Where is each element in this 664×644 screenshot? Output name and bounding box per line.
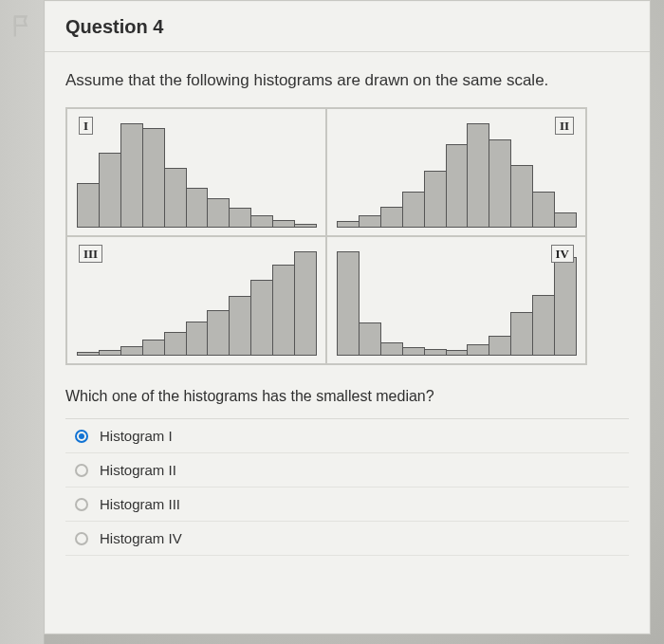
flag-icon[interactable] <box>9 13 36 40</box>
option-label: Histogram II <box>100 462 176 478</box>
histogram-bar <box>554 257 577 356</box>
histogram-bar <box>207 198 230 228</box>
histogram-bar <box>467 344 489 356</box>
histogram-bar <box>337 251 360 356</box>
histogram-grid: I II III IV <box>65 107 587 365</box>
histogram-bar <box>99 350 121 356</box>
option-label: Histogram IV <box>100 530 182 546</box>
histogram-4: IV <box>326 236 586 364</box>
histogram-bar <box>402 347 425 356</box>
histogram-bar <box>380 342 403 356</box>
histogram-bar <box>164 332 187 356</box>
histogram-bar <box>359 322 381 356</box>
histogram-bar <box>294 224 317 228</box>
histogram-bar <box>359 215 381 228</box>
question-title: Question 4 <box>45 1 650 52</box>
histogram-bar <box>489 336 511 356</box>
histogram-bar <box>186 322 209 356</box>
histogram-bar <box>77 183 100 228</box>
histogram-bar <box>272 220 295 228</box>
radio-icon[interactable] <box>75 464 88 477</box>
histogram-bar <box>532 192 555 229</box>
histogram-bar <box>446 350 469 356</box>
histogram-label: II <box>555 117 574 135</box>
histogram-1: I <box>66 108 326 236</box>
histogram-bars <box>337 123 576 228</box>
histogram-bar <box>337 221 360 228</box>
page-background: Question 4 Assume that the following his… <box>0 0 664 644</box>
histogram-bar <box>446 144 469 228</box>
option-row[interactable]: Histogram I <box>65 419 629 453</box>
option-row[interactable]: Histogram III <box>65 488 629 522</box>
histogram-label: IV <box>551 245 574 263</box>
histogram-bar <box>120 123 143 228</box>
histogram-bar <box>250 215 273 228</box>
question-body: Assume that the following histograms are… <box>45 52 650 565</box>
followup-question: Which one of the histograms has the smal… <box>65 388 629 405</box>
option-row[interactable]: Histogram IV <box>65 522 629 556</box>
histogram-bar <box>424 171 447 229</box>
histogram-bar <box>489 139 511 229</box>
histogram-bar <box>186 188 209 228</box>
histogram-bar <box>380 207 403 228</box>
histogram-bar <box>229 296 251 356</box>
radio-icon[interactable] <box>75 430 88 443</box>
histogram-bar <box>207 310 230 356</box>
histogram-3: III <box>66 236 326 364</box>
histogram-bar <box>272 265 295 356</box>
histogram-bars <box>77 123 316 228</box>
histogram-bar <box>402 192 425 229</box>
histogram-bar <box>77 352 100 356</box>
histogram-bars <box>337 251 576 356</box>
options-list: Histogram IHistogram IIHistogram IIIHist… <box>65 418 629 556</box>
histogram-2: II <box>326 108 586 236</box>
histogram-bar <box>99 153 121 228</box>
histogram-bar <box>467 123 489 228</box>
question-card: Question 4 Assume that the following his… <box>44 0 651 635</box>
histogram-bar <box>554 212 577 229</box>
radio-icon[interactable] <box>75 498 88 511</box>
histogram-bar <box>294 251 317 356</box>
histogram-bar <box>510 165 533 228</box>
histogram-label: I <box>79 117 93 135</box>
histogram-bar <box>424 349 447 356</box>
histogram-bar <box>142 128 165 228</box>
histogram-bar <box>164 168 187 228</box>
histogram-bar <box>142 340 165 356</box>
histogram-bar <box>229 208 251 228</box>
histogram-bars <box>77 251 316 356</box>
radio-icon[interactable] <box>75 532 88 545</box>
question-prompt: Assume that the following histograms are… <box>65 71 629 90</box>
histogram-bar <box>250 280 273 356</box>
histogram-bar <box>510 312 533 356</box>
sidebar-gutter <box>0 0 45 644</box>
histogram-bar <box>532 295 555 356</box>
histogram-label: III <box>79 245 102 263</box>
option-label: Histogram I <box>100 428 173 444</box>
option-row[interactable]: Histogram II <box>65 453 629 488</box>
option-label: Histogram III <box>100 496 180 512</box>
histogram-bar <box>120 346 143 356</box>
